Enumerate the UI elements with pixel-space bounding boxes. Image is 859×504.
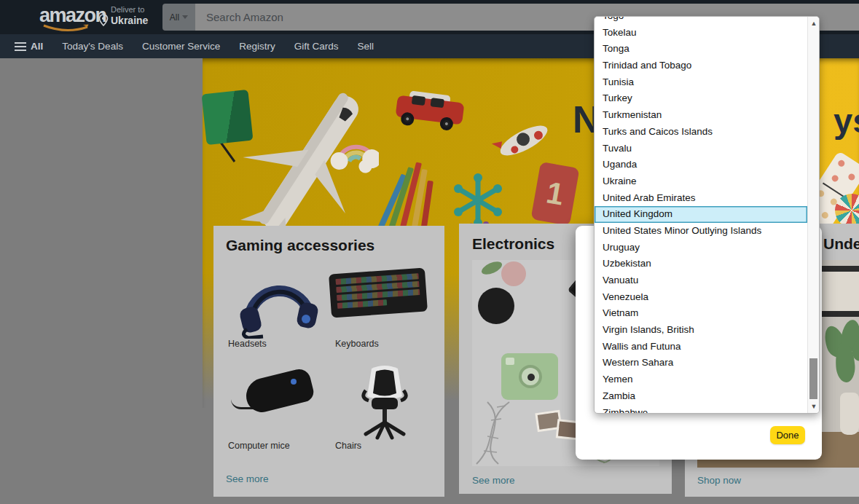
deliver-country: Ukraine (111, 15, 148, 26)
nav-registry[interactable]: Registry (239, 41, 275, 52)
country-option[interactable]: United States Minor Outlying Islands (595, 223, 807, 240)
toy-red-car-image (395, 90, 466, 131)
vase-decor (840, 393, 859, 435)
electronics-see-more-link[interactable]: See more (472, 475, 515, 486)
chairs-image[interactable] (356, 366, 414, 442)
chevron-down-icon (182, 15, 188, 19)
chairs-label[interactable]: Chairs (335, 441, 361, 451)
card-title: Electronics (472, 235, 554, 253)
country-option[interactable]: Zambia (595, 388, 807, 405)
country-option[interactable]: Trinidad and Tobago (595, 58, 807, 74)
gaming-see-more-link[interactable]: See more (226, 473, 269, 484)
nav-gift-cards[interactable]: Gift Cards (294, 41, 339, 52)
scrollbar-thumb[interactable] (809, 358, 817, 399)
country-option[interactable]: Tunisia (595, 74, 807, 91)
toy-rainbow-sticker-image (328, 125, 379, 184)
country-option[interactable]: Uruguay (595, 240, 807, 256)
country-option[interactable]: Yemen (595, 371, 807, 388)
hero-heading-fragment-right: ys (833, 101, 859, 141)
country-dropdown-list: TogoTokelauTongaTrinidad and TobagoTunis… (594, 16, 820, 414)
toy-rocket-image (491, 115, 557, 166)
country-option[interactable]: Tuvalu (595, 141, 807, 157)
toy-number-block-image: 1 (530, 162, 579, 226)
country-option[interactable]: Vanuatu (595, 272, 807, 289)
country-option[interactable]: Uzbekistan (595, 256, 807, 272)
country-option[interactable]: Virgin Islands, British (595, 322, 807, 339)
shop-now-link[interactable]: Shop now (697, 475, 741, 486)
location-pin-icon (98, 14, 109, 26)
country-option[interactable]: Wallis and Futuna (595, 339, 807, 355)
country-option[interactable]: Western Sahara (595, 355, 807, 371)
card-gaming-accessories: Gaming accessories Headsets Keyboards (213, 226, 444, 497)
hamburger-icon (15, 40, 26, 53)
pink-dish-decor (501, 261, 526, 286)
toy-lollipop-image (835, 194, 859, 227)
country-option[interactable]: Tokelau (595, 25, 807, 42)
deliver-to-widget[interactable]: Deliver to Ukraine (111, 5, 148, 26)
country-option[interactable]: Uganda (595, 157, 807, 173)
country-option[interactable]: Turkmenistan (595, 107, 807, 124)
card-title-visible-fragment: Under (823, 235, 859, 253)
country-option[interactable]: Venezuela (595, 289, 807, 306)
country-option[interactable]: United Arab Emirates (595, 190, 807, 207)
dropdown-scrollbar[interactable]: ▲ ▼ (807, 17, 819, 413)
coffee-cup-decor (478, 288, 514, 324)
keyboards-image[interactable] (330, 271, 426, 315)
computer-mice-label[interactable]: Computer mice (228, 441, 290, 451)
instant-camera-decor (501, 353, 558, 400)
headsets-image[interactable] (235, 262, 323, 339)
country-option[interactable]: Ukraine (595, 173, 807, 190)
scrollbar-down-icon[interactable]: ▼ (808, 400, 820, 412)
search-category-label: All (170, 12, 179, 23)
done-button[interactable]: Done (770, 426, 805, 444)
country-options: TogoTokelauTongaTrinidad and TobagoTunis… (595, 16, 807, 414)
scrollbar-up-icon[interactable]: ▲ (808, 17, 820, 29)
keyboards-label[interactable]: Keyboards (335, 339, 379, 349)
card-title: Gaming accessories (226, 237, 374, 254)
country-option[interactable]: Vietnam (595, 305, 807, 322)
country-option[interactable]: Tonga (595, 41, 807, 58)
country-option[interactable]: United Kingdom (595, 206, 807, 223)
leaf-decor (479, 260, 503, 277)
country-option[interactable]: Turkey (595, 90, 807, 107)
dna-sketch-decor (472, 398, 557, 466)
toy-snowflake-image (454, 173, 502, 227)
nav-todays-deals[interactable]: Today's Deals (62, 41, 123, 52)
nav-all-menu[interactable]: All (15, 40, 43, 53)
amazon-homepage: amazon Deliver to Ukraine All All Today'… (0, 0, 859, 504)
computer-mice-image[interactable] (237, 371, 317, 414)
amazon-smile-icon (42, 24, 93, 33)
nav-customer-service[interactable]: Customer Service (142, 41, 220, 52)
search-category-dropdown[interactable]: All (162, 4, 195, 31)
country-option[interactable]: Zimbabwe (595, 405, 807, 414)
nav-all-label: All (31, 41, 43, 52)
nav-sell[interactable]: Sell (357, 41, 374, 52)
headsets-label[interactable]: Headsets (228, 339, 267, 349)
deliver-to-label: Deliver to (111, 5, 148, 15)
country-option[interactable]: Togo (595, 16, 807, 25)
country-option[interactable]: Turks and Caicos Islands (595, 124, 807, 141)
